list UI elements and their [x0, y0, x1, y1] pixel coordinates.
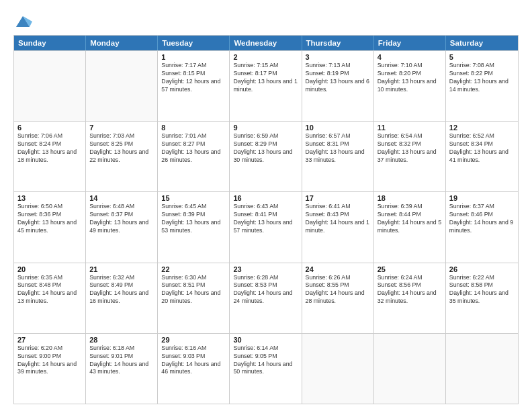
day-number: 4 — [378, 53, 442, 61]
weekday-header-thursday: Thursday — [302, 36, 374, 50]
calendar-cell-28: 28Sunrise: 6:18 AM Sunset: 9:01 PM Dayli… — [86, 334, 158, 404]
calendar-cell-11: 11Sunrise: 6:54 AM Sunset: 8:32 PM Dayli… — [374, 122, 446, 191]
calendar-cell-empty — [446, 334, 518, 404]
calendar-cell-5: 5Sunrise: 7:08 AM Sunset: 8:22 PM Daylig… — [446, 51, 518, 121]
day-info: Sunrise: 6:28 AM Sunset: 8:53 PM Dayligh… — [233, 274, 298, 306]
day-info: Sunrise: 6:24 AM Sunset: 8:56 PM Dayligh… — [378, 274, 442, 306]
calendar-row-0: 1Sunrise: 7:17 AM Sunset: 8:15 PM Daylig… — [14, 50, 518, 121]
day-info: Sunrise: 6:52 AM Sunset: 8:34 PM Dayligh… — [449, 132, 515, 165]
day-info: Sunrise: 6:50 AM Sunset: 8:36 PM Dayligh… — [17, 203, 82, 235]
day-number: 2 — [233, 53, 298, 61]
calendar-cell-14: 14Sunrise: 6:48 AM Sunset: 8:37 PM Dayli… — [86, 192, 158, 262]
day-number: 12 — [449, 124, 515, 132]
day-number: 27 — [17, 336, 82, 344]
day-info: Sunrise: 6:48 AM Sunset: 8:37 PM Dayligh… — [89, 203, 154, 235]
day-number: 25 — [378, 265, 442, 273]
day-number: 15 — [161, 194, 226, 202]
day-info: Sunrise: 7:13 AM Sunset: 8:19 PM Dayligh… — [306, 62, 370, 94]
day-number: 17 — [306, 194, 370, 202]
day-number: 30 — [233, 336, 298, 344]
calendar-cell-4: 4Sunrise: 7:10 AM Sunset: 8:20 PM Daylig… — [374, 51, 446, 121]
day-number: 26 — [449, 265, 515, 273]
calendar-cell-22: 22Sunrise: 6:30 AM Sunset: 8:51 PM Dayli… — [158, 263, 230, 333]
weekday-header-saturday: Saturday — [446, 36, 518, 50]
calendar-row-2: 13Sunrise: 6:50 AM Sunset: 8:36 PM Dayli… — [14, 191, 518, 262]
weekday-header-tuesday: Tuesday — [158, 36, 230, 50]
day-number: 8 — [161, 124, 226, 132]
day-info: Sunrise: 6:43 AM Sunset: 8:41 PM Dayligh… — [233, 203, 298, 235]
day-info: Sunrise: 6:20 AM Sunset: 9:00 PM Dayligh… — [17, 345, 82, 377]
day-number: 14 — [89, 194, 154, 202]
page: SundayMondayTuesdayWednesdayThursdayFrid… — [0, 0, 532, 411]
calendar-cell-13: 13Sunrise: 6:50 AM Sunset: 8:36 PM Dayli… — [14, 192, 86, 262]
calendar-cell-30: 30Sunrise: 6:14 AM Sunset: 9:05 PM Dayli… — [230, 334, 302, 404]
day-number: 6 — [17, 124, 82, 132]
logo — [13, 12, 35, 31]
day-number: 16 — [233, 194, 298, 202]
calendar-row-4: 27Sunrise: 6:20 AM Sunset: 9:00 PM Dayli… — [14, 333, 518, 404]
calendar-cell-10: 10Sunrise: 6:57 AM Sunset: 8:31 PM Dayli… — [302, 122, 374, 191]
calendar-cell-16: 16Sunrise: 6:43 AM Sunset: 8:41 PM Dayli… — [230, 192, 302, 262]
day-info: Sunrise: 6:30 AM Sunset: 8:51 PM Dayligh… — [161, 274, 226, 306]
calendar-cell-9: 9Sunrise: 6:59 AM Sunset: 8:29 PM Daylig… — [230, 122, 302, 191]
day-info: Sunrise: 6:18 AM Sunset: 9:01 PM Dayligh… — [89, 345, 154, 377]
calendar-cell-29: 29Sunrise: 6:16 AM Sunset: 9:03 PM Dayli… — [158, 334, 230, 404]
calendar-cell-2: 2Sunrise: 7:15 AM Sunset: 8:17 PM Daylig… — [230, 51, 302, 121]
calendar-cell-24: 24Sunrise: 6:26 AM Sunset: 8:55 PM Dayli… — [302, 263, 374, 333]
calendar: SundayMondayTuesdayWednesdayThursdayFrid… — [13, 35, 519, 404]
calendar-cell-3: 3Sunrise: 7:13 AM Sunset: 8:19 PM Daylig… — [302, 51, 374, 121]
day-info: Sunrise: 7:01 AM Sunset: 8:27 PM Dayligh… — [161, 132, 226, 165]
weekday-header-sunday: Sunday — [14, 36, 86, 50]
day-number: 29 — [161, 336, 226, 344]
day-info: Sunrise: 6:37 AM Sunset: 8:46 PM Dayligh… — [449, 203, 515, 235]
day-number: 21 — [89, 265, 154, 273]
calendar-row-1: 6Sunrise: 7:06 AM Sunset: 8:24 PM Daylig… — [14, 121, 518, 191]
calendar-cell-17: 17Sunrise: 6:41 AM Sunset: 8:43 PM Dayli… — [302, 192, 374, 262]
calendar-row-3: 20Sunrise: 6:35 AM Sunset: 8:48 PM Dayli… — [14, 263, 518, 333]
day-info: Sunrise: 6:45 AM Sunset: 8:39 PM Dayligh… — [161, 203, 226, 235]
calendar-cell-empty — [14, 51, 86, 121]
calendar-cell-25: 25Sunrise: 6:24 AM Sunset: 8:56 PM Dayli… — [374, 263, 446, 333]
calendar-header: SundayMondayTuesdayWednesdayThursdayFrid… — [14, 36, 518, 50]
day-info: Sunrise: 7:17 AM Sunset: 8:15 PM Dayligh… — [161, 62, 226, 94]
day-info: Sunrise: 6:39 AM Sunset: 8:44 PM Dayligh… — [378, 203, 442, 235]
day-info: Sunrise: 6:32 AM Sunset: 8:49 PM Dayligh… — [89, 274, 154, 306]
day-info: Sunrise: 6:26 AM Sunset: 8:55 PM Dayligh… — [306, 274, 370, 306]
day-info: Sunrise: 6:59 AM Sunset: 8:29 PM Dayligh… — [233, 132, 298, 165]
day-number: 20 — [17, 265, 82, 273]
day-number: 19 — [449, 194, 515, 202]
logo-icon — [13, 12, 32, 31]
day-info: Sunrise: 7:06 AM Sunset: 8:24 PM Dayligh… — [17, 132, 82, 165]
calendar-cell-20: 20Sunrise: 6:35 AM Sunset: 8:48 PM Dayli… — [14, 263, 86, 333]
day-number: 18 — [378, 194, 442, 202]
day-number: 13 — [17, 194, 82, 202]
calendar-cell-12: 12Sunrise: 6:52 AM Sunset: 8:34 PM Dayli… — [446, 122, 518, 191]
calendar-cell-21: 21Sunrise: 6:32 AM Sunset: 8:49 PM Dayli… — [86, 263, 158, 333]
day-number: 10 — [306, 124, 370, 132]
day-info: Sunrise: 7:15 AM Sunset: 8:17 PM Dayligh… — [233, 62, 298, 94]
calendar-cell-26: 26Sunrise: 6:22 AM Sunset: 8:58 PM Dayli… — [446, 263, 518, 333]
day-info: Sunrise: 6:35 AM Sunset: 8:48 PM Dayligh… — [17, 274, 82, 306]
calendar-cell-15: 15Sunrise: 6:45 AM Sunset: 8:39 PM Dayli… — [158, 192, 230, 262]
day-number: 23 — [233, 265, 298, 273]
day-info: Sunrise: 6:22 AM Sunset: 8:58 PM Dayligh… — [449, 274, 515, 306]
day-number: 22 — [161, 265, 226, 273]
calendar-cell-empty — [86, 51, 158, 121]
day-number: 24 — [306, 265, 370, 273]
weekday-header-monday: Monday — [86, 36, 158, 50]
calendar-cell-7: 7Sunrise: 7:03 AM Sunset: 8:25 PM Daylig… — [86, 122, 158, 191]
calendar-cell-1: 1Sunrise: 7:17 AM Sunset: 8:15 PM Daylig… — [158, 51, 230, 121]
day-number: 1 — [161, 53, 226, 61]
weekday-header-wednesday: Wednesday — [230, 36, 302, 50]
day-info: Sunrise: 6:57 AM Sunset: 8:31 PM Dayligh… — [306, 132, 370, 165]
day-number: 9 — [233, 124, 298, 132]
day-number: 5 — [449, 53, 515, 61]
day-number: 28 — [89, 336, 154, 344]
day-number: 7 — [89, 124, 154, 132]
weekday-header-friday: Friday — [374, 36, 446, 50]
calendar-cell-23: 23Sunrise: 6:28 AM Sunset: 8:53 PM Dayli… — [230, 263, 302, 333]
day-info: Sunrise: 6:16 AM Sunset: 9:03 PM Dayligh… — [161, 345, 226, 377]
calendar-cell-27: 27Sunrise: 6:20 AM Sunset: 9:00 PM Dayli… — [14, 334, 86, 404]
day-number: 11 — [378, 124, 442, 132]
calendar-cell-6: 6Sunrise: 7:06 AM Sunset: 8:24 PM Daylig… — [14, 122, 86, 191]
